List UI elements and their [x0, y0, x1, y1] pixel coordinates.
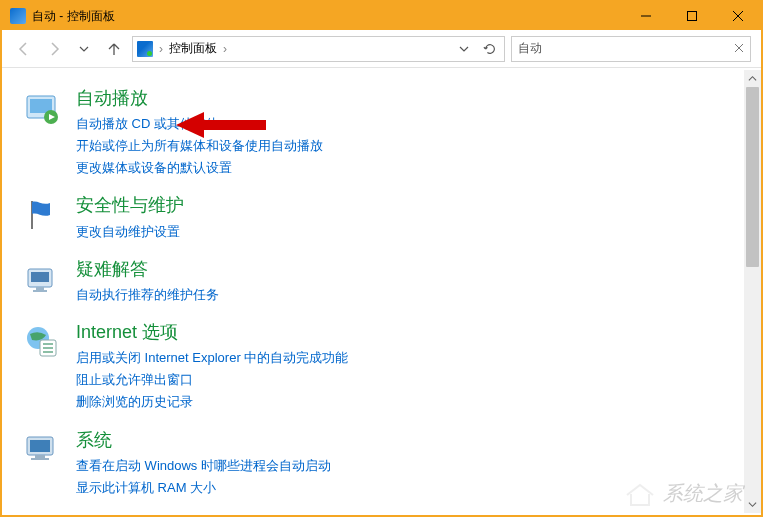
svg-rect-12	[36, 287, 44, 290]
titlebar: 自动 - 控制面板	[2, 2, 761, 30]
troubleshoot-icon	[24, 261, 60, 297]
scroll-thumb[interactable]	[746, 87, 759, 267]
search-input[interactable]: 自动	[511, 36, 751, 62]
svg-rect-11	[31, 272, 49, 282]
close-button[interactable]	[715, 2, 761, 30]
autoplay-icon	[24, 90, 60, 126]
address-dropdown-button[interactable]	[454, 39, 474, 59]
toolbar: › 控制面板 › 自动	[2, 30, 761, 68]
section-link[interactable]: 更改自动维护设置	[76, 221, 743, 243]
section-troubleshoot: 疑难解答 自动执行推荐的维护任务	[20, 257, 743, 306]
up-button[interactable]	[102, 37, 126, 61]
system-icon	[24, 432, 60, 468]
section-title[interactable]: 安全性与维护	[76, 193, 743, 218]
content-area: 自动播放 自动播放 CD 或其他媒体 开始或停止为所有媒体和设备使用自动播放 更…	[2, 68, 761, 515]
section-title[interactable]: 自动播放	[76, 86, 743, 111]
search-value: 自动	[518, 40, 734, 57]
chevron-right-icon[interactable]: ›	[159, 42, 163, 56]
section-link[interactable]: 自动播放 CD 或其他媒体	[76, 113, 743, 135]
internet-options-icon	[24, 324, 60, 360]
section-link[interactable]: 阻止或允许弹出窗口	[76, 369, 743, 391]
control-panel-icon	[10, 8, 26, 24]
section-title[interactable]: 疑难解答	[76, 257, 743, 282]
chevron-right-icon[interactable]: ›	[223, 42, 227, 56]
back-button[interactable]	[12, 37, 36, 61]
section-link[interactable]: 显示此计算机 RAM 大小	[76, 477, 743, 499]
window-title: 自动 - 控制面板	[32, 8, 623, 25]
control-panel-icon	[137, 41, 153, 57]
section-link[interactable]: 更改媒体或设备的默认设置	[76, 157, 743, 179]
section-link[interactable]: 查看在启动 Windows 时哪些进程会自动启动	[76, 455, 743, 477]
section-autoplay: 自动播放 自动播放 CD 或其他媒体 开始或停止为所有媒体和设备使用自动播放 更…	[20, 86, 743, 179]
section-internet-options: Internet 选项 启用或关闭 Internet Explorer 中的自动…	[20, 320, 743, 413]
maximize-button[interactable]	[669, 2, 715, 30]
section-link[interactable]: 开始或停止为所有媒体和设备使用自动播放	[76, 135, 743, 157]
svg-rect-20	[30, 440, 50, 452]
section-system: 系统 查看在启动 Windows 时哪些进程会自动启动 显示此计算机 RAM 大…	[20, 428, 743, 499]
section-title[interactable]: 系统	[76, 428, 743, 453]
section-link[interactable]: 删除浏览的历史记录	[76, 391, 743, 413]
svg-rect-13	[33, 290, 47, 292]
minimize-button[interactable]	[623, 2, 669, 30]
address-bar[interactable]: › 控制面板 ›	[132, 36, 505, 62]
forward-button[interactable]	[42, 37, 66, 61]
refresh-button[interactable]	[480, 39, 500, 59]
section-link[interactable]: 自动执行推荐的维护任务	[76, 284, 743, 306]
svg-rect-22	[31, 458, 49, 460]
clear-search-button[interactable]	[734, 42, 744, 56]
flag-icon	[24, 197, 60, 233]
svg-rect-21	[35, 455, 45, 458]
scroll-up-button[interactable]	[744, 70, 761, 87]
section-title[interactable]: Internet 选项	[76, 320, 743, 345]
section-link[interactable]: 启用或关闭 Internet Explorer 中的自动完成功能	[76, 347, 743, 369]
svg-rect-1	[688, 12, 697, 21]
scroll-down-button[interactable]	[744, 496, 761, 513]
recent-locations-button[interactable]	[72, 37, 96, 61]
section-security: 安全性与维护 更改自动维护设置	[20, 193, 743, 242]
breadcrumb-root[interactable]: 控制面板	[169, 40, 217, 57]
vertical-scrollbar[interactable]	[744, 70, 761, 513]
